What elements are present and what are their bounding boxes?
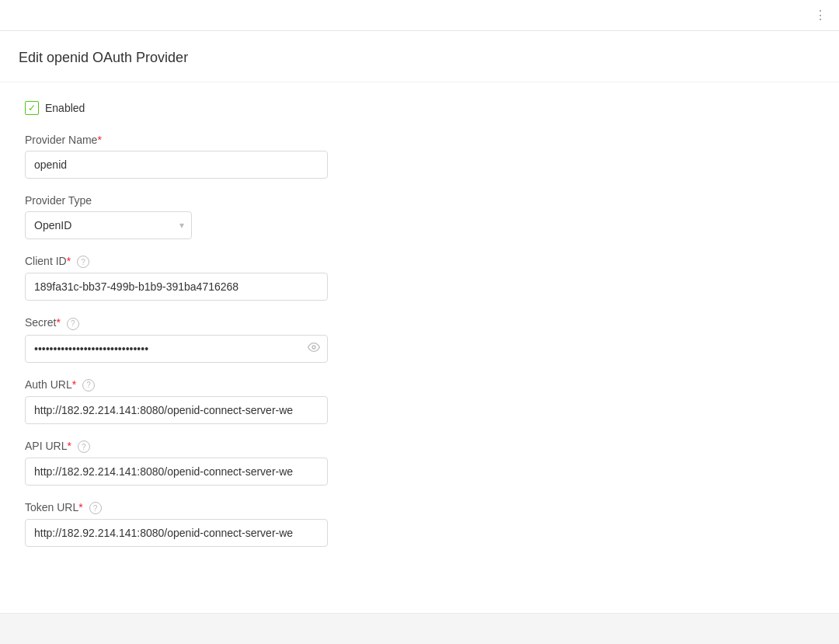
menu-dots[interactable]: ⋮ xyxy=(814,8,827,23)
page-container: Edit openid OAuth Provider ✓ Enabled Pro… xyxy=(0,31,839,644)
api-url-group: API URL* ? xyxy=(25,440,379,486)
client-id-group: Client ID* ? xyxy=(25,255,379,301)
provider-type-select[interactable]: OpenID OAuth2 SAML xyxy=(25,211,192,239)
token-url-input-wrapper xyxy=(25,519,328,547)
token-url-group: Token URL* ? xyxy=(25,501,379,547)
footer-bar xyxy=(0,613,839,644)
provider-type-group: Provider Type OpenID OAuth2 SAML ▾ xyxy=(25,194,379,239)
auth-url-input[interactable] xyxy=(25,396,328,424)
auth-url-group: Auth URL* ? xyxy=(25,378,379,424)
provider-name-input[interactable] xyxy=(25,151,328,179)
enabled-label: Enabled xyxy=(45,102,85,114)
client-id-help-icon[interactable]: ? xyxy=(77,256,89,268)
eye-icon[interactable] xyxy=(308,341,320,357)
provider-type-select-wrapper: OpenID OAuth2 SAML ▾ xyxy=(25,211,192,239)
checkmark-icon: ✓ xyxy=(28,103,36,113)
secret-group: Secret* ? xyxy=(25,316,379,362)
form-container: ✓ Enabled Provider Name* Provider Type O… xyxy=(0,82,404,581)
enabled-checkbox[interactable]: ✓ xyxy=(25,101,39,115)
auth-url-label: Auth URL* ? xyxy=(25,378,379,392)
page-title: Edit openid OAuth Provider xyxy=(0,31,839,82)
api-url-help-icon[interactable]: ? xyxy=(78,440,90,453)
secret-input[interactable] xyxy=(25,335,328,363)
svg-point-0 xyxy=(312,346,315,349)
provider-name-group: Provider Name* xyxy=(25,134,379,179)
api-url-label: API URL* ? xyxy=(25,440,379,453)
client-id-input[interactable] xyxy=(25,273,328,301)
token-url-input[interactable] xyxy=(25,519,328,547)
client-id-input-wrapper xyxy=(25,273,328,301)
secret-label: Secret* ? xyxy=(25,316,379,329)
secret-input-wrapper xyxy=(25,335,328,363)
token-url-help-icon[interactable]: ? xyxy=(89,502,102,514)
api-url-input[interactable] xyxy=(25,458,328,486)
provider-name-label: Provider Name* xyxy=(25,134,379,146)
provider-type-label: Provider Type xyxy=(25,194,379,207)
secret-help-icon[interactable]: ? xyxy=(67,318,79,330)
enabled-row: ✓ Enabled xyxy=(25,101,379,115)
token-url-label: Token URL* ? xyxy=(25,501,379,514)
auth-url-input-wrapper xyxy=(25,396,328,424)
top-bar: ⋮ xyxy=(0,0,839,31)
provider-name-input-wrapper xyxy=(25,151,328,179)
auth-url-help-icon[interactable]: ? xyxy=(82,379,95,392)
api-url-input-wrapper xyxy=(25,458,328,486)
client-id-label: Client ID* ? xyxy=(25,255,379,268)
